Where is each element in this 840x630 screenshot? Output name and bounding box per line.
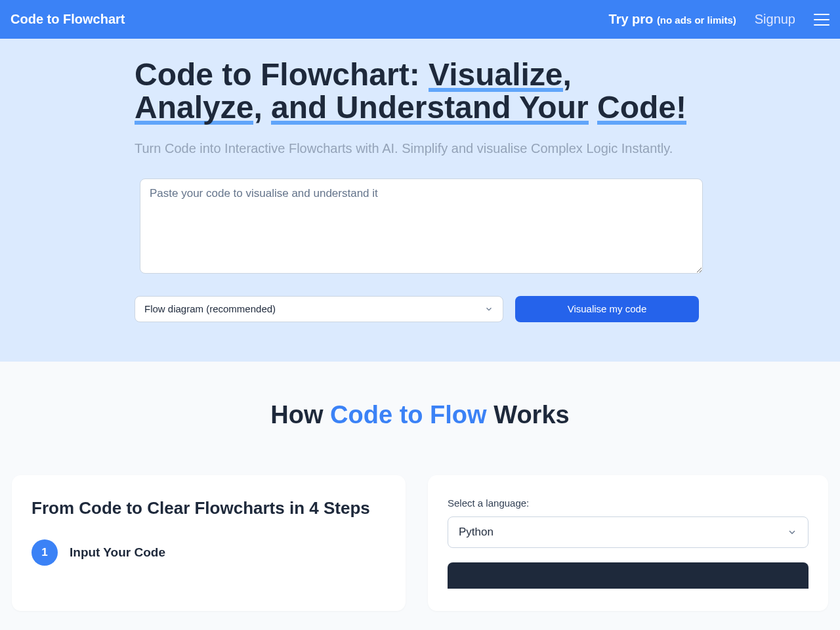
steps-card: From Code to Clear Flowcharts in 4 Steps…	[12, 475, 406, 611]
hero-subtitle: Turn Code into Interactive Flowcharts wi…	[135, 139, 705, 158]
signup-link[interactable]: Signup	[755, 12, 795, 27]
logo[interactable]: Code to Flowchart	[10, 12, 125, 27]
hero-controls-row: Flow diagram (recommended) Visualise my …	[135, 296, 705, 322]
hero-title-prefix: Code to Flowchart:	[135, 57, 429, 92]
cards-row: From Code to Clear Flowcharts in 4 Steps…	[0, 475, 840, 611]
hero-title: Code to Flowchart: Visualize, Analyze, a…	[135, 58, 705, 125]
hero-title-comma2: ,	[253, 90, 271, 125]
hero-title-seg3: and Understand Your	[271, 90, 589, 125]
header: Code to Flowchart Try pro (no ads or lim…	[0, 0, 840, 39]
code-input[interactable]	[140, 178, 703, 274]
header-right: Try pro (no ads or limits) Signup	[609, 12, 830, 27]
language-card: Select a language: Python	[428, 475, 828, 611]
how-title-post: Works	[487, 401, 570, 429]
hero-title-seg4: Code!	[597, 90, 686, 125]
hamburger-icon[interactable]	[814, 14, 830, 26]
try-pro-link[interactable]: Try pro (no ads or limits)	[609, 12, 736, 27]
code-preview-panel	[448, 562, 808, 589]
step-number-1: 1	[32, 539, 58, 566]
hero-title-space	[589, 90, 597, 125]
hero-title-comma: ,	[563, 57, 572, 92]
language-label: Select a language:	[448, 497, 808, 509]
how-section: How Code to Flow Works From Code to Clea…	[0, 362, 840, 611]
step-row-1: 1 Input Your Code	[32, 539, 386, 566]
language-value: Python	[459, 526, 494, 539]
chevron-down-icon	[484, 304, 494, 314]
hero-section: Code to Flowchart: Visualize, Analyze, a…	[0, 39, 840, 362]
language-select[interactable]: Python	[448, 516, 808, 548]
how-title: How Code to Flow Works	[0, 401, 840, 429]
step-label-1: Input Your Code	[70, 545, 165, 560]
how-title-accent: Code to Flow	[330, 401, 487, 429]
diagram-type-value: Flow diagram (recommended)	[144, 303, 276, 314]
hero-title-seg2: Analyze	[135, 90, 253, 125]
try-pro-sub: (no ads or limits)	[657, 14, 736, 26]
visualise-button[interactable]: Visualise my code	[515, 296, 699, 322]
hero-title-seg1: Visualize	[429, 57, 563, 92]
steps-card-title: From Code to Clear Flowcharts in 4 Steps	[32, 497, 386, 519]
diagram-type-select[interactable]: Flow diagram (recommended)	[135, 296, 503, 322]
chevron-down-icon	[787, 527, 797, 537]
how-title-pre: How	[270, 401, 330, 429]
try-pro-main: Try pro	[609, 12, 654, 26]
diagram-type-select-wrap: Flow diagram (recommended)	[135, 296, 503, 322]
